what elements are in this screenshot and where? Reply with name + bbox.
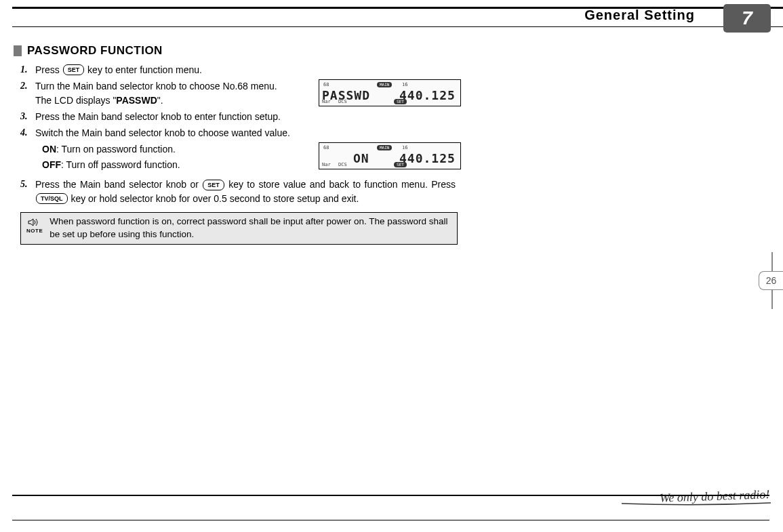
step-4: 4. Switch the Main band selector knob to… [20,126,461,140]
lcd-set-badge: SET [394,99,407,104]
speaker-icon [28,218,41,227]
step-text: Press SET key to enter function menu. [35,63,461,77]
set-key-icon: SET [63,64,85,75]
step-3: 3. Press the Main band selector knob to … [20,110,461,123]
text-fragment: : Turn on password function. [56,144,176,155]
chapter-tab: 7 [723,4,771,33]
page-number: 26 [766,275,777,286]
steps-list: 1. Press SET key to enter function menu.… [20,63,461,205]
lcd-nar: Nar [322,99,331,104]
step-1: 1. Press SET key to enter function menu. [20,63,461,77]
step-text: Press the Main band selector knob to ent… [35,110,461,123]
section-marker [14,45,22,56]
lcd-display-1: 68 MAIN 16 PASSWD 440.125 Nar DCS SET [319,79,461,106]
note-box: NOTE When password function is on, corre… [20,212,458,245]
step-text: Turn the Main band selector knob to choo… [35,79,279,107]
lcd-display-2: 68 MAIN 16 ON 440.125 Nar DCS SET [319,142,461,169]
page-tab-line [771,252,773,271]
lcd-freq: 440.125 [399,88,456,102]
header-bar: General Setting 7 [12,7,783,27]
section-title: PASSWORD FUNCTION [27,44,163,58]
text-bold: OFF [42,159,61,170]
lcd-freq: 440.125 [399,151,456,165]
step-2-wrap: 2. Turn the Main band selector knob to c… [20,79,461,110]
step-number: 5. [20,178,35,205]
section-header: PASSWORD FUNCTION [14,44,461,58]
text-fragment: key to store value and back to function … [225,179,456,190]
lcd-dcs: DCS [338,162,347,167]
step-number: 2. [20,79,35,107]
text-fragment: : Turn off password function. [61,159,180,170]
text-bold: ON [42,144,56,155]
footer-rule-thin [12,520,769,520]
page-number-tab: 26 [759,271,783,290]
chapter-number: 7 [742,7,752,29]
note-label: NOTE [26,228,43,234]
step-2: 2. Turn the Main band selector knob to c… [20,79,312,107]
text-fragment: ". [157,95,163,106]
page-tab-line [771,290,773,309]
step-4-sub: ON: Turn on password function. OFF: Turn… [20,142,312,173]
tvsql-key-icon: TV/SQL [36,193,68,204]
step-4-sub-wrap: ON: Turn on password function. OFF: Turn… [20,142,461,173]
step-number: 4. [20,126,35,140]
lcd-main-badge: MAIN [377,82,392,87]
text-fragment: key to enter function menu. [85,64,202,75]
step-text: Press the Main band selector knob or SET… [35,178,456,205]
text-fragment: Press [35,64,62,75]
text-fragment: key or hold selector knob for over 0.5 s… [68,193,359,204]
lcd-num-right: 16 [402,82,407,87]
step-number: 1. [20,63,35,77]
lcd-main-badge: MAIN [377,145,392,150]
lcd-menu-num: 68 [323,82,329,87]
lcd-num-right: 16 [402,145,407,150]
note-text: When password function is on, correct pa… [49,216,451,241]
set-key-icon: SET [203,180,224,190]
footer-rule [12,495,769,515]
header-title: General Setting [584,7,695,23]
content-area: PASSWORD FUNCTION 1. Press SET key to en… [14,44,461,245]
step-sub-on: ON: Turn on password function. [42,142,312,157]
lcd-set-badge: SET [394,162,407,167]
step-5: 5. Press the Main band selector knob or … [20,178,461,205]
lcd-menu-num: 68 [323,145,329,150]
text-bold: PASSWD [116,95,157,106]
step-number: 3. [20,110,35,123]
text-fragment: Press the Main band selector knob or [35,179,202,190]
lcd-nar: Nar [322,162,331,167]
lcd-main-text: ON [353,151,369,165]
lcd-dcs: DCS [338,99,347,104]
step-sub-off: OFF: Turn off password function. [42,158,312,172]
step-text: Switch the Main band selector knob to ch… [35,126,461,140]
note-icon: NOTE [26,216,43,234]
